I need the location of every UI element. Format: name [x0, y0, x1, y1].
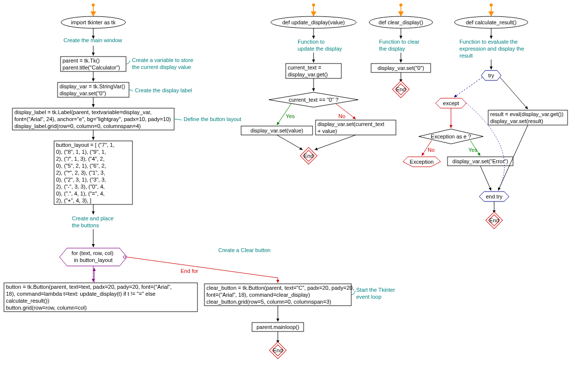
exception-condition: Exception as e ? — [431, 133, 471, 139]
update-def-label: def update_display(value) — [282, 19, 345, 25]
bl4: 2), ("*", 2, 3), ("1", 3, — [56, 170, 105, 176]
except-label: except — [443, 100, 459, 106]
end-clear-label: End — [396, 86, 406, 92]
clear-def-label: def clear_display() — [379, 19, 423, 25]
endtry-label: end try — [486, 194, 503, 199]
arrow — [480, 166, 491, 191]
btn2: calculate_result()) — [6, 298, 49, 304]
yes-label: Yes — [286, 113, 295, 119]
display-label-line1: display_label = tk.Label(parent, textvar… — [14, 109, 151, 115]
comment-connector — [351, 291, 355, 295]
entry-dot-main — [92, 3, 95, 6]
comment-button-layout: Define the button layout — [184, 116, 241, 122]
arrow — [277, 135, 303, 150]
btn0: button = tk.Button(parent, text=text, pa… — [6, 284, 172, 290]
calc-def-label: def calculate_result() — [466, 19, 516, 25]
display-var-line2: display_var.set("0") — [60, 90, 106, 96]
loop-exit-dot — [124, 256, 126, 259]
arrow-endfor — [127, 257, 278, 283]
comment-clear-button: Create a Clear button — [218, 247, 270, 253]
end-update-label: End — [304, 153, 314, 159]
try-label: try — [488, 72, 495, 78]
comment-display-label: Create the display label — [135, 87, 192, 93]
comment-calc: Function to evaluate the expression and … — [459, 39, 525, 59]
bl3: 0), ("5", 2, 1), ("6", 2, — [56, 163, 106, 169]
bl5: 0), ("2", 3, 1), ("3", 3, — [56, 177, 106, 183]
end-main-label: End — [273, 347, 283, 353]
display-label-line3: display_label.grid(row=0, column=0, colu… — [14, 123, 141, 129]
entry-dot-clear — [399, 3, 402, 6]
update-condition-label: current_text == "0" ? — [289, 97, 338, 103]
bl7: 0), (".", 4, 1), ("=", 4, — [56, 191, 105, 196]
bl8: 2), ("+", 4, 3), ] — [56, 197, 91, 203]
parent-line2: parent.title("Calculator") — [63, 65, 120, 70]
bl1: 0), ("8", 1, 1), ("9", 1, — [56, 149, 106, 155]
cb0: clear_button = tk.Button(parent, text="C… — [206, 285, 354, 291]
btn1: 18), command=lambda t=text: update_displ… — [6, 291, 155, 297]
bl6: 2), ("-", 3, 3), ("0", 4, — [56, 184, 105, 190]
bl0: button_layout = [ ("7", 1, — [56, 142, 115, 148]
comment-clear: Function to clear the display — [379, 39, 421, 52]
ct0: current_text = — [288, 65, 321, 70]
yes-box-label: display_var.set(value) — [251, 128, 303, 133]
comment-create-buttons: Create and place the buttons — [72, 215, 115, 228]
comment-mainloop: Start the Tkinter event loop — [356, 287, 396, 300]
entry-dot-update — [312, 3, 315, 6]
no-label: No — [338, 113, 345, 119]
comment-main-window: Create the main window — [64, 37, 122, 43]
res0: result = eval(display_var.get()) — [490, 111, 564, 117]
arrow-except-dashed — [454, 77, 482, 97]
end-calc-label: End — [489, 217, 499, 223]
no-exc-label: No — [428, 147, 435, 153]
clear-body-label: display_var.set("0") — [378, 65, 424, 71]
ct1: display_var.get() — [288, 71, 328, 77]
comment-display-var: Create a variable to store the current d… — [132, 57, 195, 70]
import-label: import tkinter as tk — [71, 19, 116, 25]
comment-update: Function to update the display — [298, 39, 342, 52]
yes-err-label: Yes — [468, 147, 477, 153]
bl2: 2), ("/", 1, 3), ("4", 2, — [56, 156, 105, 162]
cb1: font=("Arial", 18), command=clear_displa… — [206, 292, 310, 298]
error-box-label: display_var.set("Error") — [452, 158, 508, 164]
cb2: clear_button.grid(row=5, column=0, colum… — [206, 299, 331, 305]
arrow — [500, 77, 528, 109]
exception-label: Exception — [410, 159, 434, 165]
comment-connector — [174, 119, 182, 120]
endfor-label: End for — [181, 268, 198, 274]
display-label-line2: font=("Arial", 24), anchor="e", bg="ligh… — [14, 116, 171, 122]
comment-connector — [126, 61, 130, 64]
res1: display_var.set(result) — [490, 118, 543, 124]
comment-connector — [129, 90, 133, 91]
arrow — [315, 135, 356, 150]
entry-dot-calc — [490, 3, 493, 6]
mainloop-label: parent.mainloop() — [256, 324, 299, 330]
parent-line1: parent = tk.Tk() — [63, 58, 100, 64]
btn3: button.grid(row=row, column=col) — [6, 305, 87, 311]
display-var-line1: display_var = tk.StringVar() — [60, 83, 125, 89]
